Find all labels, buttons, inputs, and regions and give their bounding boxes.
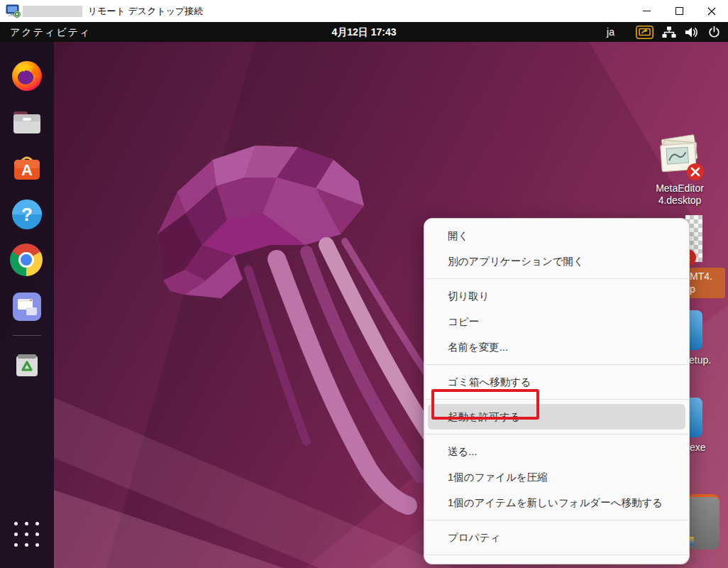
- context-menu: 開く 別のアプリケーションで開く 切り取り コピー 名前を変更... ゴミ箱へ移…: [424, 218, 690, 564]
- menu-item-compress[interactable]: 1個のファイルを圧縮: [424, 464, 689, 490]
- volume-icon[interactable]: [685, 26, 699, 38]
- screen-share-icon[interactable]: [636, 26, 653, 39]
- dock-app-grid-button[interactable]: [14, 522, 40, 547]
- gnome-topbar: アクティビティ 4月12日 17:43 ja: [0, 22, 728, 42]
- menu-item-rename[interactable]: 名前を変更...: [424, 334, 689, 360]
- dock-ubuntu-software-icon[interactable]: A: [10, 151, 44, 185]
- menu-item-copy[interactable]: コピー: [424, 309, 689, 334]
- dock: A ?: [0, 42, 54, 568]
- rdp-window: リモート デスクトップ接続 アクティビティ 4月12日 17:43 ja: [0, 0, 728, 568]
- system-status-area[interactable]: ja: [607, 22, 721, 42]
- minimize-button[interactable]: [630, 0, 663, 22]
- dock-firefox-icon[interactable]: [10, 59, 44, 93]
- svg-text:?: ?: [21, 204, 33, 225]
- menu-item-show-in-files[interactable]: "ファイル"で表示する: [424, 559, 689, 568]
- menu-item-properties[interactable]: プロパティ: [424, 525, 689, 550]
- menu-item-open[interactable]: 開く: [424, 223, 689, 248]
- dock-chrome-icon[interactable]: [10, 244, 44, 278]
- svg-text:A: A: [21, 161, 33, 179]
- dock-help-icon[interactable]: ?: [10, 197, 44, 231]
- power-icon[interactable]: [707, 26, 721, 38]
- menu-item-send-to[interactable]: 送る...: [424, 439, 689, 464]
- dock-files-icon[interactable]: [10, 105, 44, 139]
- maximize-button[interactable]: [663, 0, 695, 22]
- menu-separator: [425, 364, 688, 365]
- menu-separator: [425, 399, 688, 400]
- window-titlebar: リモート デスクトップ接続: [0, 0, 728, 22]
- menu-item-open-with[interactable]: 別のアプリケーションで開く: [424, 248, 689, 274]
- desktop-icon-metaeditor[interactable]: MetaEditor 4.desktop: [640, 131, 719, 207]
- menu-separator: [425, 555, 688, 555]
- close-button[interactable]: [695, 0, 728, 22]
- input-method-indicator[interactable]: ja: [607, 26, 627, 38]
- menu-separator: [425, 278, 688, 279]
- menu-separator: [425, 434, 688, 435]
- window-title: リモート デスクトップ接続: [88, 0, 203, 22]
- dock-trash-icon[interactable]: [10, 346, 44, 381]
- menu-item-allow-launching[interactable]: 起動を許可する: [428, 404, 685, 430]
- desktop-icon-label: MetaEditor 4.desktop: [640, 182, 719, 207]
- menu-item-cut[interactable]: 切り取り: [424, 283, 689, 309]
- menu-item-move-to-new-folder[interactable]: 1個のアイテムを新しいフォルダーへ移動する: [424, 490, 689, 515]
- desktop-icon-mt4-label-selected[interactable]: MT4. p: [684, 268, 725, 298]
- menu-item-move-to-trash[interactable]: ゴミ箱へ移動する: [424, 369, 689, 395]
- dock-separator: [13, 335, 41, 336]
- network-icon[interactable]: [662, 26, 676, 38]
- dock-app-windows-icon[interactable]: [10, 290, 44, 324]
- metaeditor-file-icon: [650, 131, 710, 182]
- menu-separator: [425, 520, 688, 520]
- rdp-app-icon: [6, 4, 21, 18]
- redacted-hostname: [23, 6, 82, 17]
